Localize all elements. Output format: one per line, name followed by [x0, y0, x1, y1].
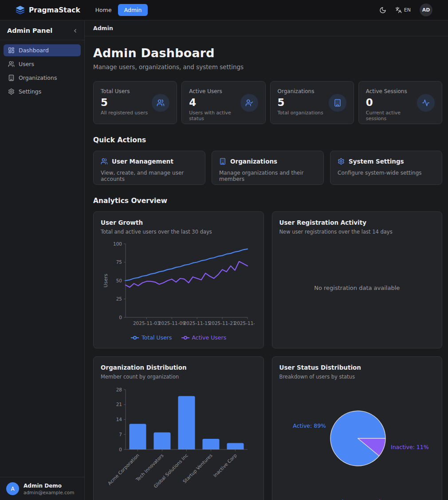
legend-label: Active Users: [192, 334, 227, 341]
svg-text:2025-11-09: 2025-11-09: [158, 320, 185, 326]
building-icon: [219, 158, 226, 165]
stat-value: 4: [189, 97, 240, 108]
line-legend-marker-icon: [130, 336, 139, 340]
legend-item-total-users[interactable]: Total Users: [130, 334, 172, 341]
user-name: Admin Demo: [24, 483, 74, 489]
stat-description: Current active sessions: [366, 110, 417, 121]
stat-label: Active Sessions: [366, 88, 417, 94]
sidebar-user-card[interactable]: A Admin Demo admin@example.com: [0, 477, 84, 500]
stat-card-active-sessions: Active Sessions 0 Current active session…: [358, 81, 442, 124]
sidebar-item-users[interactable]: Users: [4, 58, 81, 70]
stat-card-organizations: Organizations 5 Total organizations: [270, 81, 354, 124]
stat-description: Total organizations: [278, 110, 323, 116]
moon-icon: [379, 7, 386, 14]
sidebar-title: Admin Panel: [7, 27, 52, 34]
stat-label: Organizations: [278, 88, 323, 94]
svg-text:21: 21: [116, 402, 122, 407]
building-icon: [329, 94, 346, 112]
quick-actions-grid: User Management View, create, and manage…: [93, 151, 442, 185]
svg-text:Inactive Corp: Inactive Corp: [212, 453, 238, 478]
users-icon: [8, 61, 15, 67]
layers-logo-icon: [16, 5, 25, 15]
page-title: Admin Dashboard: [93, 46, 442, 60]
analytics-heading: Analytics Overview: [93, 197, 442, 205]
svg-text:Active: 89%: Active: 89%: [293, 422, 326, 429]
action-title: User Management: [112, 158, 173, 165]
chart-title: User Growth: [101, 219, 256, 226]
charts-grid: User Growth Total and active users over …: [93, 211, 442, 500]
action-description: Configure system-wide settings: [338, 170, 435, 176]
action-card-user-management[interactable]: User Management View, create, and manage…: [93, 151, 205, 185]
stat-value: 5: [101, 97, 148, 108]
svg-text:0: 0: [119, 315, 122, 320]
stats-grid: Total Users 5 All registered users Activ…: [93, 81, 442, 124]
svg-text:28: 28: [116, 387, 122, 392]
svg-text:Inactive: 11%: Inactive: 11%: [391, 444, 429, 450]
user-avatar[interactable]: AD: [420, 4, 432, 16]
sidebar-nav: Dashboard Users Organiza: [0, 40, 84, 103]
nav-link-home[interactable]: Home: [95, 7, 112, 13]
stat-description: Users with active status: [189, 110, 240, 121]
chart-title: Organization Distribution: [101, 364, 256, 371]
page-subtitle: Manage users, organizations, and system …: [93, 63, 442, 70]
legend-item-active-users[interactable]: Active Users: [181, 334, 227, 341]
language-label: EN: [404, 7, 411, 13]
main-nav: Home Admin: [95, 4, 148, 16]
sidebar-item-label: Dashboard: [19, 47, 49, 54]
svg-text:14: 14: [116, 417, 122, 422]
sidebar-item-settings[interactable]: Settings: [4, 86, 81, 98]
nav-link-admin[interactable]: Admin: [118, 4, 148, 16]
sidebar-item-organizations[interactable]: Organizations: [4, 72, 81, 84]
chart-card-registration-activity: User Registration Activity New user regi…: [272, 211, 443, 348]
svg-text:2025-11-15: 2025-11-15: [184, 320, 211, 326]
legend-label: Total Users: [141, 334, 172, 341]
stat-description: All registered users: [101, 110, 148, 116]
breadcrumb[interactable]: Admin: [93, 25, 113, 31]
user-check-icon: [240, 94, 258, 112]
sidebar-item-label: Settings: [19, 88, 41, 95]
svg-text:50: 50: [116, 278, 122, 283]
brand[interactable]: PragmaStack: [16, 5, 80, 15]
svg-text:Users: Users: [103, 273, 109, 287]
user-growth-legend: Total UsersActive Users: [101, 334, 256, 341]
brand-name: PragmaStack: [29, 6, 80, 14]
language-selector[interactable]: EN: [395, 7, 411, 13]
activity-icon: [417, 94, 435, 112]
user-email: admin@example.com: [24, 490, 74, 495]
users-icon: [101, 158, 108, 165]
action-card-organizations[interactable]: Organizations Manage organizations and t…: [212, 151, 324, 185]
user-initial-avatar: A: [6, 482, 19, 495]
action-description: View, create, and manage user accounts: [101, 170, 198, 182]
stat-value: 0: [366, 97, 417, 108]
svg-text:Acme Corporation: Acme Corporation: [106, 453, 140, 486]
action-description: Manage organizations and their members: [219, 170, 316, 182]
svg-text:2025-11-27: 2025-11-27: [234, 320, 255, 326]
sidebar-item-dashboard[interactable]: Dashboard: [4, 44, 81, 56]
svg-text:2025-11-21: 2025-11-21: [209, 320, 236, 326]
user-status-pie-chart: Active: 89%Inactive: 11%: [279, 384, 435, 497]
action-title: Organizations: [230, 158, 277, 165]
chart-subtitle: Breakdown of users by status: [279, 374, 435, 380]
svg-text:7: 7: [119, 432, 122, 437]
theme-toggle-button[interactable]: [379, 7, 386, 14]
sidebar-item-label: Users: [19, 61, 34, 67]
svg-text:0: 0: [119, 447, 122, 452]
stat-card-total-users: Total Users 5 All registered users: [93, 81, 177, 124]
chart-card-org-distribution: Organization Distribution Member count b…: [93, 356, 264, 500]
main-content: Admin Admin Dashboard Manage users, orga…: [85, 20, 448, 500]
svg-text:25: 25: [116, 296, 122, 301]
quick-actions-heading: Quick Actions: [93, 136, 442, 144]
stat-label: Active Users: [189, 88, 240, 94]
dashboard-icon: [8, 47, 15, 54]
stat-label: Total Users: [101, 88, 148, 94]
action-card-system-settings[interactable]: System Settings Configure system-wide se…: [330, 151, 442, 185]
users-icon: [152, 94, 169, 112]
top-navbar: PragmaStack Home Admin EN AD: [0, 0, 448, 20]
chart-subtitle: Total and active users over the last 30 …: [101, 229, 256, 235]
sidebar-collapse-button[interactable]: [72, 28, 78, 34]
chart-card-user-status: User Status Distribution Breakdown of us…: [272, 356, 443, 500]
action-title: System Settings: [349, 158, 404, 165]
chart-title: User Status Distribution: [279, 364, 435, 371]
stat-value: 5: [278, 97, 323, 108]
languages-icon: [395, 7, 402, 13]
